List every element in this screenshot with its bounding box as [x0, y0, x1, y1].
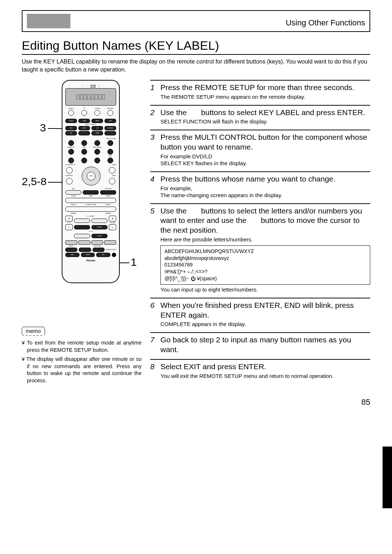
- remote-body: ⚡☽LCD▢ SOURCETVSYSTEMRECEIVER DVD/LDV.SA…: [62, 80, 120, 283]
- callout-3: 3: [40, 122, 46, 134]
- step-2: 2 Use the buttons to select KEY LABEL an…: [150, 105, 370, 125]
- step-3: 3Press the MULTI CONTROL button for the …: [150, 130, 370, 167]
- memo-item: ¥ The display will disappear after one m…: [22, 356, 142, 384]
- brand-logo: Pioneer: [65, 259, 116, 262]
- header-grey-block: [27, 14, 70, 28]
- intro-text: Use the KEY LABEL capability to rename t…: [22, 58, 370, 73]
- remote-diagram: 3 2,5-8 1 ⚡☽LCD▢: [22, 80, 142, 305]
- step-4: 4Press the buttons whose name you want t…: [150, 171, 370, 199]
- step-7: 7Go back to step 2 to input as many butt…: [150, 332, 370, 355]
- memo-item: ¥ To exit from the remote setup mode at …: [22, 339, 142, 354]
- remote-lcd: [65, 88, 116, 106]
- step-8: 8Select EXIT and press ENTER. You will e…: [150, 359, 370, 379]
- step-1: 1Press the REMOTE SETUP for more than th…: [150, 80, 370, 100]
- section-header: Using Other Functions: [22, 10, 370, 32]
- title-rule: [22, 54, 370, 55]
- step-5: 5 Use the buttons to select the letters …: [150, 203, 370, 293]
- steps-list: 1Press the REMOTE SETUP for more than th…: [150, 80, 370, 386]
- memo-section: memo ¥ To exit from the remote setup mod…: [22, 327, 142, 384]
- callout-1: 1: [131, 256, 137, 268]
- page-title: Editing Button Names (KEY LABEL): [22, 38, 370, 53]
- remote-setup-key-icon: [112, 253, 116, 257]
- section-title: Using Other Functions: [286, 18, 365, 28]
- step-6: 6When you're finished press ENTER, END w…: [150, 298, 370, 328]
- memo-label: memo: [22, 327, 45, 336]
- character-box: ABCDEFGHIJKLMNOPQRSTUVWXYZ abcdefghijklm…: [160, 245, 370, 285]
- callout-2-5-8: 2,5-8: [22, 175, 46, 188]
- page-number: 85: [22, 398, 370, 407]
